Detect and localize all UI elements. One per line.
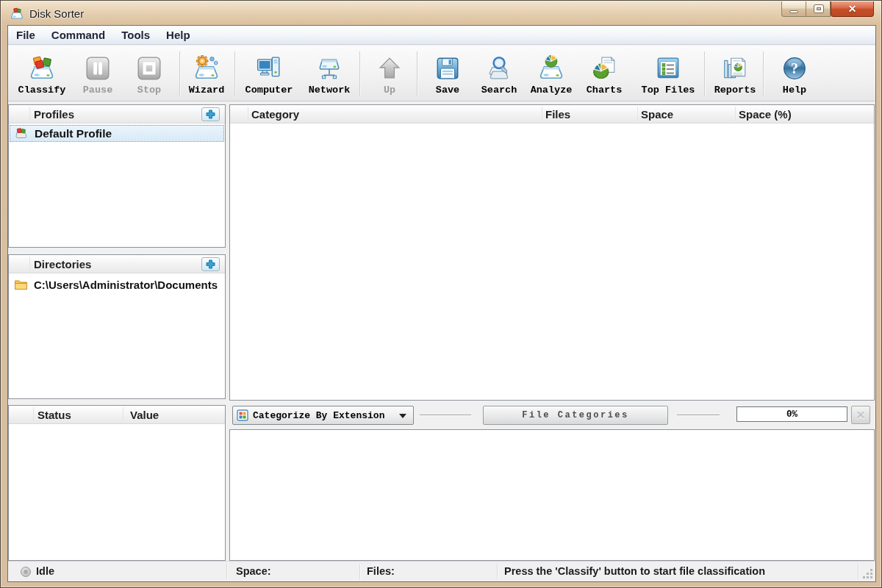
toolbar-search-button[interactable]: Search <box>471 55 527 104</box>
app-icon <box>10 7 24 20</box>
toolbar-classify-button[interactable]: Classify <box>14 55 70 104</box>
status-space-label: Space: <box>236 565 271 577</box>
help-icon: ? <box>781 55 808 82</box>
files-column-header[interactable]: Files <box>545 108 570 121</box>
toolbar-top-files-button[interactable]: Top Files <box>640 55 696 104</box>
categorize-icon <box>237 409 248 421</box>
up-icon <box>376 55 403 82</box>
toolbar-up-button[interactable]: Up <box>362 55 417 104</box>
minimize-icon <box>789 10 798 13</box>
profiles-header: Profiles <box>9 105 225 123</box>
space-pct-column-header[interactable]: Space (%) <box>739 108 792 121</box>
results-body <box>230 124 874 400</box>
toolbar-pause-button[interactable]: Pause <box>70 55 126 104</box>
profiles-panel: Profiles Default Profile <box>8 104 226 248</box>
statusbar-separator <box>359 564 360 579</box>
directories-panel: Directories C:\Users\Administrator\Docum… <box>8 254 226 399</box>
toolbar-reports-button[interactable]: Reports <box>707 55 763 104</box>
wizard-icon <box>193 55 220 82</box>
header-separator <box>735 107 736 121</box>
status-state: Idle <box>36 565 54 577</box>
toolbar-separator <box>234 51 235 96</box>
pause-icon <box>85 55 111 82</box>
header-separator <box>637 107 638 121</box>
toolbar-separator <box>359 51 360 96</box>
maximize-icon <box>814 5 823 12</box>
close-icon: ✕ <box>831 3 873 15</box>
menu-file[interactable]: File <box>8 26 43 44</box>
profiles-title: Profiles <box>34 108 74 121</box>
toolbar-stop-button[interactable]: Stop <box>121 55 177 104</box>
stop-icon <box>136 55 162 82</box>
header-separator <box>29 107 30 121</box>
toolbar-analyze-button[interactable]: Analyze <box>523 55 579 104</box>
close-button[interactable]: ✕ <box>831 1 874 17</box>
categorize-mode-select[interactable]: Categorize By Extension <box>232 406 414 425</box>
add-profile-button[interactable] <box>201 107 220 121</box>
status-indicator-icon <box>21 567 31 577</box>
analyze-icon <box>538 55 564 82</box>
add-directory-button[interactable] <box>201 257 220 271</box>
statusbar-separator <box>497 564 498 579</box>
charts-icon <box>591 55 617 82</box>
menu-tools[interactable]: Tools <box>113 26 158 44</box>
status-message: Press the 'Classify' button to start fil… <box>504 565 765 577</box>
status-panel-header: Status Value <box>9 406 225 424</box>
maximize-button[interactable] <box>806 1 831 17</box>
toolbar-network-button[interactable]: Network <box>301 55 357 104</box>
toolbar-save-button[interactable]: Save <box>420 55 476 104</box>
toolbar-charts-button[interactable]: Charts <box>576 55 632 104</box>
directory-item[interactable]: C:\Users\Administrator\Documents <box>10 276 224 293</box>
cancel-button[interactable]: ✕ <box>851 406 870 424</box>
directories-title: Directories <box>34 258 91 270</box>
value-column-header[interactable]: Value <box>130 409 159 421</box>
header-separator <box>542 107 542 121</box>
status-list <box>9 425 225 560</box>
results-panel: Category Files Space Space (%) <box>229 104 875 401</box>
profile-item-default[interactable]: Default Profile <box>10 125 224 142</box>
status-column-header[interactable]: Status <box>37 409 71 421</box>
divider <box>677 415 720 415</box>
menu-help[interactable]: Help <box>158 26 198 44</box>
window-title: Disk Sorter <box>29 7 84 20</box>
toolbar-help-button[interactable]: ? Help <box>767 55 822 104</box>
toolbar-separator <box>704 51 705 96</box>
client-area: File Command Tools Help Classify <box>7 25 876 582</box>
save-icon <box>434 55 461 82</box>
title-bar[interactable]: Disk Sorter ✕ <box>1 1 881 25</box>
top-files-icon <box>655 55 681 82</box>
plus-icon <box>206 110 215 119</box>
space-column-header[interactable]: Space <box>641 108 673 121</box>
directories-header: Directories <box>9 255 225 273</box>
search-icon <box>486 55 512 82</box>
profile-item-label: Default Profile <box>35 127 112 140</box>
status-bar: Idle Space: Files: Press the 'Classify' … <box>8 561 875 581</box>
plus-icon <box>206 259 215 269</box>
progress-indicator: 0% <box>736 406 847 422</box>
minimize-button[interactable] <box>781 1 806 17</box>
details-panel <box>229 429 875 561</box>
toolbar-wizard-button[interactable]: Wizard <box>179 55 234 104</box>
menu-bar: File Command Tools Help <box>8 26 875 45</box>
chevron-down-icon <box>399 414 406 418</box>
status-panel: Status Value <box>8 405 226 561</box>
file-categories-button[interactable]: File Categories <box>483 406 668 425</box>
resize-grip[interactable] <box>863 569 873 579</box>
menu-command[interactable]: Command <box>43 26 113 44</box>
control-bar: Categorize By Extension File Categories … <box>229 402 875 426</box>
svg-text:?: ? <box>791 60 798 76</box>
directory-item-label: C:\Users\Administrator\Documents <box>34 279 218 291</box>
classify-icon <box>29 55 55 82</box>
header-separator <box>29 257 30 271</box>
toolbar-separator <box>763 51 764 96</box>
divider <box>420 415 471 415</box>
category-column-header[interactable]: Category <box>251 108 299 121</box>
profiles-list: Default Profile <box>9 124 225 247</box>
header-separator <box>248 107 248 121</box>
reports-icon <box>722 55 748 82</box>
directories-list: C:\Users\Administrator\Documents <box>9 274 225 398</box>
app-window: Disk Sorter ✕ File Command Tools Help <box>0 0 882 588</box>
statusbar-separator <box>858 564 858 579</box>
folder-icon <box>14 279 28 290</box>
toolbar-computer-button[interactable]: Computer <box>241 55 297 104</box>
